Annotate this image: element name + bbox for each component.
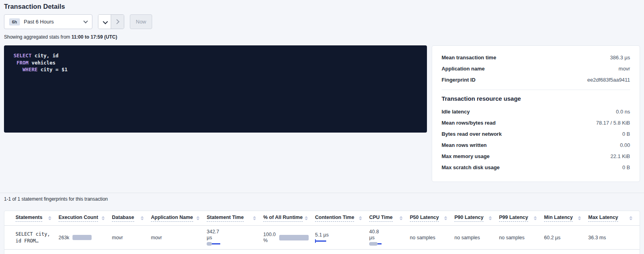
column-header-p90-latency[interactable]: P90 Latency xyxy=(454,211,499,225)
statement-time-value: 342.7 xyxy=(207,229,219,235)
statement-time-bar xyxy=(207,242,227,246)
aggregated-stats-range: 11:00 to 17:59 (UTC) xyxy=(71,34,117,40)
sort-icon xyxy=(253,216,256,220)
cpu-time-cell: 40.8 µs xyxy=(369,226,410,249)
resource-value: 0 B xyxy=(622,131,630,137)
statements-table-header: Statements Execution Count Database Appl… xyxy=(4,211,640,226)
sql-keyword: FROM xyxy=(17,60,29,66)
resource-usage-title: Transaction resource usage xyxy=(442,95,630,102)
summary-value: ee2df683f5aa9411 xyxy=(587,77,630,83)
sql-text: city = $1 xyxy=(37,66,67,72)
sql-keyword: SELECT xyxy=(14,53,31,59)
sql-statement-box: SELECT city, id FROM vehicles WHERE city… xyxy=(4,45,427,133)
aggregated-stats-prefix: Showing aggregated stats from xyxy=(4,34,71,40)
resource-row: Bytes read over network 0 B xyxy=(442,128,630,139)
resource-value: 0.00 xyxy=(620,142,630,148)
aggregated-stats-caption: Showing aggregated stats from 11:00 to 1… xyxy=(4,34,640,40)
resource-row: Mean rows written 0.00 xyxy=(442,139,630,150)
max-latency-cell: 36.3 ms xyxy=(588,226,640,249)
transaction-summary-card: Mean transaction time 386.3 µs Applicati… xyxy=(432,45,640,182)
summary-row: Mean transaction time 386.3 µs xyxy=(442,52,630,63)
min-latency-cell: 60.2 µs xyxy=(544,226,588,249)
summary-label: Mean transaction time xyxy=(442,55,496,61)
pct-runtime-value: 100.0 xyxy=(263,232,276,238)
execution-count-bar xyxy=(72,235,92,240)
resource-label: Mean rows written xyxy=(442,142,487,148)
sort-icon xyxy=(141,216,144,220)
column-header-contention-time[interactable]: Contention Time xyxy=(315,211,369,225)
resource-label: Bytes read over network xyxy=(442,131,502,137)
contention-time-cell: 5.1 µs xyxy=(315,226,369,249)
resource-label: Max scratch disk usage xyxy=(442,164,500,170)
column-header-application-name[interactable]: Application Name xyxy=(151,211,207,225)
summary-row: Application name movr xyxy=(442,63,630,74)
next-time-button[interactable] xyxy=(111,15,124,29)
resource-row: Max memory usage 22.1 KiB xyxy=(442,150,630,162)
database-cell: movr xyxy=(112,226,151,249)
column-header-p50-latency[interactable]: P50 Latency xyxy=(410,211,454,225)
cpu-time-bar xyxy=(369,242,389,246)
column-header-cpu-time[interactable]: CPU Time xyxy=(369,211,410,225)
time-range-badge: 6h xyxy=(9,18,20,25)
details-content: SELECT city, id FROM vehicles WHERE city… xyxy=(0,45,644,182)
cpu-time-value: 40.8 xyxy=(369,229,379,235)
column-header-database[interactable]: Database xyxy=(112,211,151,225)
resource-row: Max scratch disk usage 0 B xyxy=(442,162,630,173)
sort-icon xyxy=(359,216,362,220)
summary-label: Application name xyxy=(442,66,485,72)
resource-label: Mean rows/bytes read xyxy=(442,120,496,126)
statement-cell[interactable]: SELECT city, id FROM… xyxy=(16,226,59,249)
column-header-pct-runtime[interactable]: % of All Runtime xyxy=(263,211,315,225)
page-title: Transaction Details xyxy=(4,3,640,10)
column-header-execution-count[interactable]: Execution Count xyxy=(59,211,112,225)
sort-icon xyxy=(196,216,200,220)
execution-count-cell: 263k xyxy=(59,226,112,249)
statement-time-cell: 342.7 µs xyxy=(207,226,263,249)
resource-value: 0.0 ns xyxy=(616,109,630,115)
page-header: Transaction Details 6h Past 6 Hours Now … xyxy=(0,0,644,40)
column-header-min-latency[interactable]: Min Latency xyxy=(544,211,588,225)
pct-runtime-cell: 100.0 % xyxy=(263,226,315,249)
resource-label: Idle latency xyxy=(442,109,470,115)
now-button[interactable]: Now xyxy=(130,14,152,29)
chevron-right-icon xyxy=(114,19,119,24)
summary-divider xyxy=(442,90,630,90)
sql-keyword: WHERE xyxy=(23,66,38,72)
statement-link[interactable]: SELECT city, id FROM… xyxy=(16,231,50,244)
sort-icon xyxy=(578,216,581,220)
sql-line: WHERE city = $1 xyxy=(14,66,417,73)
resource-value: 78.17 / 5.8 KiB xyxy=(596,120,630,126)
pct-runtime-bar xyxy=(279,235,309,240)
time-range-dropdown[interactable]: 6h Past 6 Hours xyxy=(4,14,92,29)
column-header-p99-latency[interactable]: P99 Latency xyxy=(499,211,544,225)
chevron-down-icon xyxy=(83,19,88,23)
statement-row: SELECT city, id FROM… 263k movr movr 342… xyxy=(4,226,640,250)
statement-time-unit: µs xyxy=(207,235,212,241)
chevron-left-icon xyxy=(103,19,108,24)
sql-line: FROM vehicles xyxy=(14,59,417,66)
application-name-cell: movr xyxy=(151,226,207,249)
column-header-statement-time[interactable]: Statement Time xyxy=(207,211,263,225)
prev-time-button[interactable] xyxy=(98,15,111,29)
summary-value: movr xyxy=(619,66,630,72)
summary-row: Fingerprint ID ee2df683f5aa9411 xyxy=(442,74,630,85)
contention-time-bar xyxy=(315,239,335,243)
cpu-time-unit: µs xyxy=(369,235,374,241)
sort-icon xyxy=(444,216,447,220)
sort-icon xyxy=(48,216,51,220)
sql-text: city, id xyxy=(31,53,59,59)
sort-icon xyxy=(399,216,403,220)
resource-row: Idle latency 0.0 ns xyxy=(442,106,630,117)
column-header-max-latency[interactable]: Max Latency xyxy=(588,211,640,225)
sort-icon xyxy=(534,216,537,220)
statements-table: Statements Execution Count Database Appl… xyxy=(4,211,640,254)
time-range-label: Past 6 Hours xyxy=(24,19,80,25)
p50-latency-cell: no samples xyxy=(410,226,454,249)
sql-text: vehicles xyxy=(29,60,56,66)
time-controls: 6h Past 6 Hours Now xyxy=(4,14,640,29)
contention-time-value: 5.1 µs xyxy=(315,232,329,238)
column-header-statements[interactable]: Statements xyxy=(16,211,59,225)
summary-value: 386.3 µs xyxy=(610,55,630,61)
p90-latency-cell: no samples xyxy=(454,226,499,249)
resource-value: 22.1 KiB xyxy=(611,153,630,159)
